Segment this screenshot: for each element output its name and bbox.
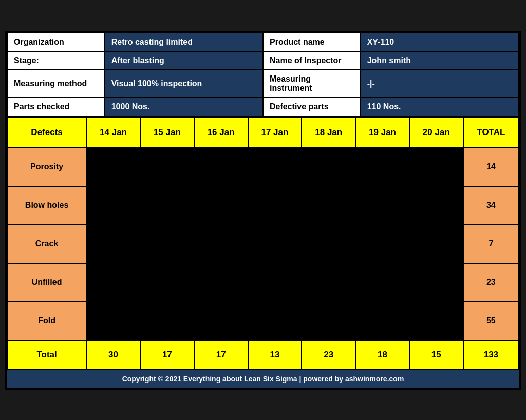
data-cell: [409, 225, 463, 263]
data-cell: [409, 263, 463, 302]
data-cell: [355, 186, 409, 225]
org-value: Retro casting limited: [105, 33, 263, 51]
data-cell: [248, 148, 302, 186]
data-cell: [248, 263, 302, 302]
total-value: 23: [302, 340, 355, 369]
col-14jan: 14 Jan: [86, 117, 140, 148]
total-value: 17: [140, 340, 194, 369]
defect-label: Blow holes: [7, 186, 86, 225]
table-row: Crack7: [7, 225, 519, 263]
total-label: Total: [7, 340, 86, 369]
data-cell: [302, 186, 355, 225]
parts-row: Parts checked 1000 Nos. Defective parts …: [7, 98, 519, 116]
data-cell: [140, 148, 194, 186]
data-cell: [140, 302, 194, 340]
method-row: Measuring method Visual 100% inspection …: [7, 70, 519, 98]
data-cell: [355, 302, 409, 340]
data-cell: [302, 263, 355, 302]
table-row: Porosity14: [7, 148, 519, 186]
data-cell: [355, 263, 409, 302]
defect-label: Crack: [7, 225, 86, 263]
defect-label: Fold: [7, 302, 86, 340]
data-cell: [194, 263, 248, 302]
col-16jan: 16 Jan: [194, 117, 248, 148]
defect-label: Unfilled: [7, 263, 86, 302]
data-cell: [86, 302, 140, 340]
data-table: Defects 14 Jan 15 Jan 16 Jan 17 Jan 18 J…: [7, 117, 519, 370]
data-cell: [86, 148, 140, 186]
col-15jan: 15 Jan: [140, 117, 194, 148]
table-row: Fold55: [7, 302, 519, 340]
data-cell: [194, 148, 248, 186]
product-label: Product name: [263, 33, 361, 51]
col-17jan: 17 Jan: [248, 117, 302, 148]
data-cell: [194, 186, 248, 225]
data-cell: [355, 225, 409, 263]
defective-label: Defective parts: [263, 98, 361, 116]
data-cell: [409, 302, 463, 340]
total-value: 30: [86, 340, 140, 369]
col-defects: Defects: [7, 117, 86, 148]
defective-value: 110 Nos.: [361, 98, 519, 116]
data-cell: [140, 263, 194, 302]
org-label: Organization: [7, 33, 105, 51]
data-cell: [302, 225, 355, 263]
footer: Copyright © 2021 Everything about Lean S…: [7, 370, 519, 388]
instrument-value: -|-: [361, 70, 519, 98]
row-total: 23: [463, 263, 519, 302]
total-value: 15: [409, 340, 463, 369]
product-value: XY-110: [361, 33, 519, 51]
table-row: Blow holes34: [7, 186, 519, 225]
data-cell: [140, 186, 194, 225]
total-value: 18: [355, 340, 409, 369]
method-label: Measuring method: [7, 70, 105, 98]
stage-label: Stage:: [7, 51, 105, 70]
table-row: Unfilled23: [7, 263, 519, 302]
total-value: 13: [248, 340, 302, 369]
data-cell: [194, 225, 248, 263]
info-table: Organization Retro casting limited Produ…: [7, 32, 519, 117]
parts-value: 1000 Nos.: [105, 98, 263, 116]
data-cell: [140, 225, 194, 263]
data-cell: [302, 148, 355, 186]
data-cell: [86, 263, 140, 302]
data-cell: [409, 186, 463, 225]
grand-total: 133: [463, 340, 519, 369]
data-cell: [86, 186, 140, 225]
data-cell: [194, 302, 248, 340]
col-20jan: 20 Jan: [409, 117, 463, 148]
method-value: Visual 100% inspection: [105, 70, 263, 98]
main-container: Organization Retro casting limited Produ…: [5, 31, 521, 390]
row-total: 14: [463, 148, 519, 186]
data-cell: [248, 302, 302, 340]
org-row: Organization Retro casting limited Produ…: [7, 33, 519, 51]
data-cell: [302, 302, 355, 340]
data-cell: [409, 148, 463, 186]
stage-value: After blasting: [105, 51, 263, 70]
data-cell: [248, 186, 302, 225]
data-cell: [355, 148, 409, 186]
data-cell: [248, 225, 302, 263]
instrument-label: Measuring instrument: [263, 70, 361, 98]
row-total: 34: [463, 186, 519, 225]
row-total: 7: [463, 225, 519, 263]
footer-text: Copyright © 2021 Everything about Lean S…: [122, 375, 404, 383]
row-total: 55: [463, 302, 519, 340]
col-total: TOTAL: [463, 117, 519, 148]
inspector-label: Name of Inspector: [263, 51, 361, 70]
totals-row: Total30171713231815133: [7, 340, 519, 369]
stage-row: Stage: After blasting Name of Inspector …: [7, 51, 519, 70]
data-cell: [86, 225, 140, 263]
inspector-value: John smith: [361, 51, 519, 70]
total-value: 17: [194, 340, 248, 369]
parts-label: Parts checked: [7, 98, 105, 116]
column-header-row: Defects 14 Jan 15 Jan 16 Jan 17 Jan 18 J…: [7, 117, 519, 148]
col-19jan: 19 Jan: [355, 117, 409, 148]
col-18jan: 18 Jan: [302, 117, 355, 148]
defect-label: Porosity: [7, 148, 86, 186]
